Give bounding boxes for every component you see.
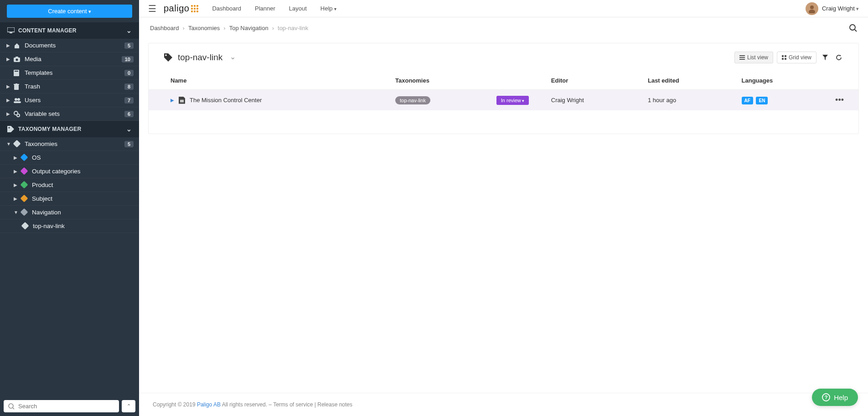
home-icon xyxy=(14,42,22,49)
expand-arrow-icon: ▶ xyxy=(14,196,18,201)
search-wrapper xyxy=(4,400,119,412)
filter-icon[interactable] xyxy=(820,52,830,62)
refresh-icon[interactable] xyxy=(834,52,844,62)
footer-link-release-notes[interactable]: Release notes xyxy=(317,401,352,408)
svg-point-3 xyxy=(16,58,18,61)
sidebar-item-subject[interactable]: ▶ Subject xyxy=(0,192,139,206)
avatar xyxy=(806,2,818,15)
sidebar-item-os[interactable]: ▶ OS xyxy=(0,151,139,165)
sidebar-label: top-nav-link xyxy=(33,223,65,229)
hamburger-icon[interactable]: ☰ xyxy=(148,3,156,14)
search-input[interactable] xyxy=(18,403,114,410)
chevron-down-icon: ⌄ xyxy=(126,27,132,34)
sidebar-item-top-nav-link[interactable]: top-nav-link xyxy=(0,219,139,233)
search-icon[interactable] xyxy=(849,24,857,32)
sidebar-label: Navigation xyxy=(32,209,61,216)
taxonomy-manager-header[interactable]: TAXONOMY MANAGER ⌄ xyxy=(0,121,139,137)
main: ☰ paligo Dashboard Planner Layout Help ▾ xyxy=(139,0,868,416)
search-icon xyxy=(8,403,15,410)
sidebar-item-trash[interactable]: ▶ Trash 8 xyxy=(0,80,139,94)
tag-icon xyxy=(21,168,29,175)
content-card: top-nav-link List view Grid view xyxy=(148,43,859,134)
nav-planner[interactable]: Planner xyxy=(255,5,275,12)
page-title[interactable]: top-nav-link xyxy=(163,52,236,62)
col-languages[interactable]: Languages xyxy=(734,72,827,90)
crumb-current: top-nav-link xyxy=(278,25,308,31)
expand-arrow-icon: ▼ xyxy=(14,210,18,215)
col-name[interactable]: Name xyxy=(149,72,387,90)
list-icon xyxy=(739,55,745,60)
svg-rect-7 xyxy=(14,85,19,90)
nav-help[interactable]: Help ▾ xyxy=(320,5,336,12)
crumb-taxonomies[interactable]: Taxonomies xyxy=(188,25,220,31)
count-badge: 10 xyxy=(122,56,134,62)
sidebar-label: Output categories xyxy=(32,168,81,175)
user-name: Craig Wright xyxy=(822,5,859,12)
svg-text:?: ? xyxy=(825,395,828,400)
expand-arrow-icon: ▶ xyxy=(14,182,18,187)
taxonomy-pill[interactable]: top-nav-link xyxy=(395,96,430,104)
expand-arrow-icon: ▼ xyxy=(6,141,11,146)
lang-badge[interactable]: EN xyxy=(756,97,768,104)
svg-rect-28 xyxy=(782,58,784,60)
collapse-button[interactable]: ⌃ xyxy=(122,400,135,412)
lang-badge[interactable]: AF xyxy=(742,97,753,104)
camera-icon xyxy=(14,57,22,62)
svg-rect-23 xyxy=(739,55,745,56)
footer-link-tos[interactable]: Terms of service xyxy=(273,401,313,408)
svg-rect-1 xyxy=(10,32,12,33)
crumb-sep xyxy=(272,25,274,31)
sidebar-label: Media xyxy=(25,56,41,62)
sidebar-item-taxonomies[interactable]: ▼ Taxonomies 5 xyxy=(0,137,139,151)
sidebar-item-navigation[interactable]: ▼ Navigation xyxy=(0,206,139,219)
footer-link-paligo[interactable]: Paligo AB xyxy=(197,401,221,408)
crumb-sep xyxy=(183,25,185,31)
tag-icon xyxy=(163,52,173,62)
tag-icon xyxy=(21,154,29,161)
sidebar-item-product[interactable]: ▶ Product xyxy=(0,178,139,192)
more-icon[interactable]: ••• xyxy=(835,95,844,104)
sidebar-item-output-categories[interactable]: ▶ Output categories xyxy=(0,165,139,178)
chevron-down-icon: ⌄ xyxy=(126,125,132,133)
nav-layout[interactable]: Layout xyxy=(289,5,307,12)
expand-arrow-icon[interactable]: ▶ xyxy=(170,98,174,103)
sidebar-item-media[interactable]: ▶ Media 10 xyxy=(0,52,139,66)
content-table: Name Taxonomies Editor Last edited Langu… xyxy=(149,72,858,110)
crumb-dashboard[interactable]: Dashboard xyxy=(150,25,179,31)
row-last-edited: 1 hour ago xyxy=(640,90,734,111)
col-editor[interactable]: Editor xyxy=(543,72,640,90)
status-pill[interactable]: In review xyxy=(496,96,529,105)
page-title-text: top-nav-link xyxy=(178,52,222,62)
sidebar-item-documents[interactable]: ▶ Documents 5 xyxy=(0,39,139,52)
svg-rect-0 xyxy=(7,27,15,32)
user-menu[interactable]: Craig Wright xyxy=(806,2,859,15)
list-view-button[interactable]: List view xyxy=(734,52,773,63)
svg-rect-27 xyxy=(785,55,786,57)
book-icon xyxy=(14,70,22,76)
sidebar-item-users[interactable]: ▶ Users 7 xyxy=(0,94,139,107)
create-content-button[interactable]: Create content xyxy=(7,5,132,18)
sidebar-item-templates[interactable]: ▶ Templates 0 xyxy=(0,66,139,80)
content-manager-header[interactable]: CONTENT MANAGER ⌄ xyxy=(0,22,139,39)
crumb-top-navigation[interactable]: Top Navigation xyxy=(229,25,269,31)
col-last-edited[interactable]: Last edited xyxy=(640,72,734,90)
tag-icon xyxy=(21,195,29,202)
col-taxonomies[interactable]: Taxonomies xyxy=(387,72,488,90)
svg-rect-26 xyxy=(782,55,784,57)
help-button[interactable]: ? Help xyxy=(812,389,858,406)
logo[interactable]: paligo xyxy=(164,3,198,14)
svg-point-19 xyxy=(809,10,815,13)
document-icon xyxy=(179,97,185,104)
sidebar-item-variable-sets[interactable]: ▶ Variable sets 6 xyxy=(0,107,139,121)
topbar: ☰ paligo Dashboard Planner Layout Help ▾ xyxy=(139,0,868,17)
nav-dashboard[interactable]: Dashboard xyxy=(212,5,241,12)
svg-line-21 xyxy=(855,30,857,31)
taxonomy-manager-label: TAXONOMY MANAGER xyxy=(18,126,81,132)
sidebar-label: OS xyxy=(32,154,41,161)
row-editor: Craig Wright xyxy=(543,90,640,111)
table-row[interactable]: ▶ The Mission Control Center top-nav-lin… xyxy=(149,90,858,111)
logo-dots-icon xyxy=(191,5,198,12)
expand-arrow-icon: ▶ xyxy=(14,169,18,174)
grid-view-button[interactable]: Grid view xyxy=(777,52,816,63)
svg-point-10 xyxy=(15,98,17,101)
